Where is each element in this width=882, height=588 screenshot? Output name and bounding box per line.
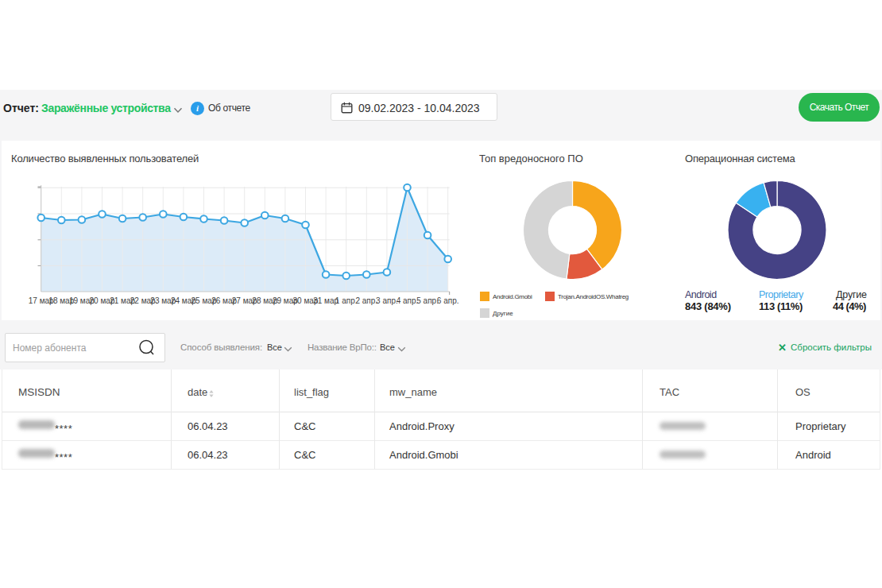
svg-text:5 апр.: 5 апр. (416, 296, 439, 305)
svg-text:3 апр.: 3 апр. (376, 296, 398, 305)
svg-text:4 апр.: 4 апр. (397, 296, 419, 305)
svg-text:1 апр.: 1 апр. (335, 296, 358, 305)
svg-text:6 апр.: 6 апр. (437, 296, 459, 305)
svg-text:2 апр.: 2 апр. (355, 296, 377, 305)
